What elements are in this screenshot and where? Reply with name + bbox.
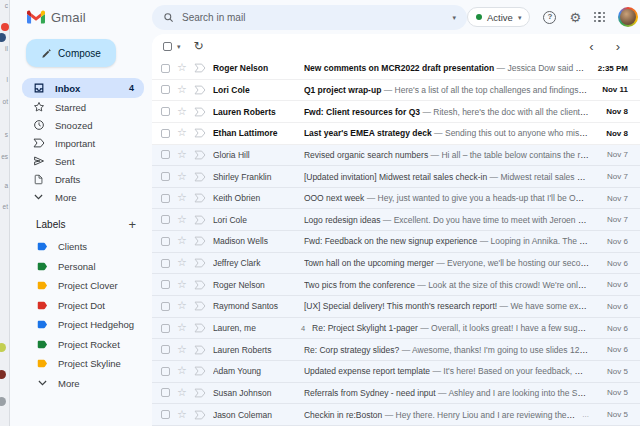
row-checkbox[interactable] [161, 410, 170, 419]
row-checkbox[interactable] [161, 280, 170, 289]
email-row[interactable]: ☆ Lauren Roberts Re: Corp strategy slide… [152, 339, 640, 361]
star-icon[interactable]: ☆ [177, 344, 187, 355]
create-label-button[interactable]: + [128, 218, 136, 231]
important-marker-icon[interactable] [194, 128, 206, 138]
sidebar-item-important[interactable]: Important [22, 134, 144, 152]
star-icon[interactable]: ☆ [177, 279, 187, 290]
row-checkbox[interactable] [161, 259, 170, 268]
labels-header: Labels + [10, 218, 152, 237]
row-checkbox[interactable] [161, 64, 170, 73]
row-checkbox[interactable] [161, 85, 170, 94]
star-icon[interactable]: ☆ [177, 365, 187, 376]
search-bar[interactable]: ▾ [152, 5, 467, 30]
row-checkbox[interactable] [161, 172, 170, 181]
row-checkbox[interactable] [161, 107, 170, 116]
google-apps-grid-icon[interactable] [594, 12, 605, 23]
important-marker-icon[interactable] [194, 366, 206, 376]
row-checkbox[interactable] [161, 345, 170, 354]
email-row[interactable]: ☆ Adam Young Updated expense report temp… [152, 361, 640, 383]
older-page-button[interactable]: › [616, 40, 620, 53]
row-checkbox[interactable] [161, 302, 170, 311]
email-row[interactable]: ☆ Ethan Lattimore Last year's EMEA strat… [152, 123, 640, 145]
star-icon[interactable]: ☆ [177, 300, 187, 311]
gmail-logo[interactable]: Gmail [10, 10, 152, 25]
email-row[interactable]: ☆ Lauren Roberts Fwd: Client resources f… [152, 101, 640, 123]
row-checkbox[interactable] [161, 194, 170, 203]
important-marker-icon[interactable] [194, 236, 206, 246]
refresh-icon[interactable]: ↻ [194, 40, 204, 52]
sidebar-item-inbox[interactable]: Inbox 4 [22, 78, 144, 98]
sidebar-item-sent[interactable]: Sent [22, 152, 144, 170]
row-checkbox[interactable] [161, 324, 170, 333]
search-options-caret-icon[interactable]: ▾ [453, 14, 457, 21]
important-marker-icon[interactable] [194, 258, 206, 268]
help-icon[interactable]: ? [543, 11, 556, 24]
email-row[interactable]: ☆ Shirley Franklin [Updated invitation] … [152, 166, 640, 188]
email-row[interactable]: ☆ Madison Wells Fwd: Feedback on the new… [152, 231, 640, 253]
sidebar-item-drafts[interactable]: Drafts [22, 170, 144, 188]
email-row[interactable]: ☆ Susan Johnson Referrals from Sydney - … [152, 383, 640, 405]
important-marker-icon[interactable] [194, 85, 206, 95]
email-row[interactable]: ☆ Jeffrey Clark Town hall on the upcomin… [152, 253, 640, 275]
label-item-project-hedgehog[interactable]: Project Hedgehog [10, 315, 152, 335]
star-icon[interactable]: ☆ [177, 257, 187, 268]
row-checkbox[interactable] [161, 237, 170, 246]
label-item-project-clover[interactable]: Project Clover [10, 276, 152, 296]
email-row[interactable]: ☆ Roger Nelson Two pics from the confere… [152, 274, 640, 296]
chat-status-selector[interactable]: Active ▾ [467, 7, 530, 27]
search-input[interactable] [182, 12, 445, 23]
star-icon[interactable]: ☆ [177, 214, 187, 225]
important-marker-icon[interactable] [194, 107, 206, 117]
row-checkbox[interactable] [161, 215, 170, 224]
important-marker-icon[interactable] [194, 301, 206, 311]
row-checkbox[interactable] [161, 388, 170, 397]
label-item-personal[interactable]: Personal [10, 257, 152, 277]
important-marker-icon[interactable] [194, 63, 206, 73]
profile-avatar[interactable] [618, 7, 638, 27]
important-marker-icon[interactable] [194, 215, 206, 225]
important-marker-icon[interactable] [194, 410, 206, 420]
sidebar-item-starred[interactable]: Starred [22, 98, 144, 116]
important-marker-icon[interactable] [194, 172, 206, 182]
email-row[interactable]: ☆ Lori Cole Logo redesign ideas — Excell… [152, 209, 640, 231]
email-row[interactable]: ☆ Jason Coleman Checkin in re:Boston — H… [152, 404, 640, 426]
select-all-checkbox[interactable] [163, 42, 172, 51]
email-row[interactable]: ☆ Gloria Hill Revised organic search num… [152, 145, 640, 167]
important-marker-icon[interactable] [194, 193, 206, 203]
email-row[interactable]: ☆ Keith Obrien OOO next week — Hey, just… [152, 188, 640, 210]
label-item-project-dot[interactable]: Project Dot [10, 296, 152, 316]
select-dropdown-caret-icon[interactable]: ▾ [177, 43, 181, 50]
label-item-project-skyline[interactable]: Project Skyline [10, 354, 152, 374]
star-icon[interactable]: ☆ [177, 127, 187, 138]
star-icon[interactable]: ☆ [177, 192, 187, 203]
star-icon[interactable]: ☆ [177, 171, 187, 182]
important-marker-icon[interactable] [194, 150, 206, 160]
newer-page-button[interactable]: ‹ [589, 40, 593, 53]
settings-gear-icon[interactable]: ⚙ [569, 11, 581, 24]
label-item-project-rocket[interactable]: Project Rocket [10, 335, 152, 355]
row-checkbox[interactable] [161, 367, 170, 376]
important-marker-icon[interactable] [194, 345, 206, 355]
important-marker-icon[interactable] [194, 280, 206, 290]
email-row[interactable]: ☆ Lori Cole Q1 project wrap-up — Here's … [152, 80, 640, 102]
email-row[interactable]: ☆ Raymond Santos [UX] Special delivery! … [152, 296, 640, 318]
sidebar-item-snoozed[interactable]: Snoozed [22, 116, 144, 134]
star-icon[interactable]: ☆ [177, 84, 187, 95]
sidebar-item-more[interactable]: More [22, 188, 144, 206]
star-icon[interactable]: ☆ [177, 387, 187, 398]
compose-button[interactable]: Compose [26, 39, 116, 67]
star-icon[interactable]: ☆ [177, 62, 187, 73]
email-row[interactable]: ☆ Lauren, me 4 Re: Project Skylight 1-pa… [152, 318, 640, 340]
important-marker-icon[interactable] [194, 323, 206, 333]
star-icon[interactable]: ☆ [177, 235, 187, 246]
star-icon[interactable]: ☆ [177, 322, 187, 333]
star-icon[interactable]: ☆ [177, 149, 187, 160]
label-item-more[interactable]: More [10, 374, 152, 394]
row-checkbox[interactable] [161, 150, 170, 159]
star-icon[interactable]: ☆ [177, 106, 187, 117]
star-icon[interactable]: ☆ [177, 409, 187, 420]
email-row[interactable]: ☆ Roger Nelson New comments on MCR2022 d… [152, 58, 640, 80]
important-marker-icon[interactable] [194, 388, 206, 398]
label-item-clients[interactable]: Clients [10, 237, 152, 257]
row-checkbox[interactable] [161, 129, 170, 138]
